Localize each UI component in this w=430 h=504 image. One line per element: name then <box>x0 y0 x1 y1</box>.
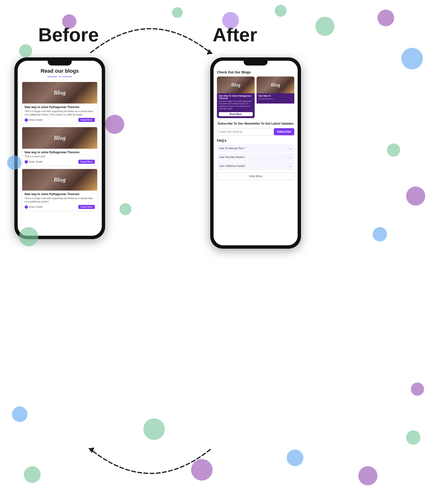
underline-left <box>48 77 57 77</box>
before-card-1-footer: Aman Sindal Read More <box>25 118 95 122</box>
after-content: Check Out Our Blogs Blog New Way To Solv… <box>214 61 298 186</box>
before-card-1-img-text: Blog <box>54 89 66 96</box>
after-card-1-img-text: Blog <box>231 82 241 88</box>
before-card-1-title: New way to solve Pythagorean Theorem <box>25 105 95 109</box>
author-name-3: Aman Sindal <box>29 206 43 208</box>
before-card-2-author: Aman Sindal <box>25 160 43 163</box>
before-card-3-img: Blog <box>22 169 97 190</box>
after-blog-card-2: Blog New Way To This Is A Short C... <box>257 77 294 118</box>
before-card-2-title: New way to solve Pythagorean Theorem <box>25 151 95 154</box>
view-more-button[interactable]: View More <box>217 172 294 180</box>
decorative-dot-15 <box>143 418 165 440</box>
underline-icon: ✦ <box>59 75 61 78</box>
newsletter-subscribe-button[interactable]: Subscribe <box>274 128 294 135</box>
author-icon-2 <box>25 160 28 163</box>
phone-before-frame: Read our blogs ✦ Blog New way to solve P… <box>14 57 105 239</box>
decorative-dot-1 <box>19 44 32 57</box>
phone-after-frame: Check Out Our Blogs Blog New Way To Solv… <box>210 57 301 249</box>
decorative-dot-8 <box>105 115 124 134</box>
after-read-more-1[interactable]: Read More <box>219 112 253 116</box>
decorative-dot-21 <box>12 406 27 422</box>
before-card-3-text: This is a longer card with supporting te… <box>25 197 95 203</box>
before-card-2-text: This is a short card. <box>25 155 95 158</box>
after-card-1-img: Blog <box>217 77 255 93</box>
before-card-1-img: Blog <box>22 82 97 104</box>
after-blog-card-1: Blog New Way To Solve Pythagorean Theore… <box>217 77 255 118</box>
before-blog-card-3: Blog New way to solve Pythagorean Theore… <box>22 169 97 211</box>
newsletter-email-input[interactable] <box>217 128 272 135</box>
before-card-3-author: Aman Sindal <box>25 205 43 209</box>
after-section-title: Check Out Our Blogs <box>217 70 294 74</box>
author-name-1: Aman Sindal <box>29 119 43 121</box>
before-read-more-3[interactable]: Read More <box>78 205 95 209</box>
phone-after-notch <box>244 61 268 65</box>
before-card-3-img-text: Blog <box>54 176 66 183</box>
faq-item-1[interactable]: How To Attempt Test ? ⌄ <box>217 144 294 152</box>
decorative-dot-3 <box>222 12 239 29</box>
faq-item-2[interactable]: How Test Win Works? ⌄ <box>217 153 294 161</box>
before-card-3-title: New way to solve Pythagorean Theorem <box>25 192 95 196</box>
before-read-more-1[interactable]: Read More <box>78 118 95 122</box>
decorative-dot-17 <box>287 450 303 466</box>
faq-section: FAQ's How To Attempt Test ? ⌄ How Test W… <box>217 139 294 180</box>
before-card-3-footer: Aman Sindal Read More <box>25 205 95 209</box>
faq-item-2-text: How Test Win Works? <box>219 156 245 159</box>
faq-item-3-text: Can I Withrow Funds? <box>219 164 245 167</box>
after-card-2-text: This Is A Short C... <box>258 98 292 100</box>
decorative-dot-13 <box>7 155 21 170</box>
phone-before: Read our blogs ✦ Blog New way to solve P… <box>14 57 105 239</box>
before-card-2-footer: Aman Sindal Read More <box>25 160 95 164</box>
after-card-1-body: New Way To Solve Pythagorean Theorem Thi… <box>217 93 255 118</box>
phone-after-screen: Check Out Our Blogs Blog New Way To Solv… <box>214 61 298 245</box>
before-title-underline: ✦ <box>22 75 97 78</box>
decorative-dot-11 <box>406 187 425 206</box>
decorative-dot-20 <box>411 383 424 396</box>
before-card-1-text: This is a longer card with supporting te… <box>25 110 95 117</box>
after-blog-cards-row: Blog New Way To Solve Pythagorean Theore… <box>217 77 294 118</box>
faq-chevron-2: ⌄ <box>289 155 292 159</box>
author-name-2: Aman Sindal <box>29 161 43 163</box>
faq-title: FAQ's <box>217 139 294 143</box>
after-card-1-text: This Is A Longer Card With Supporting Te… <box>219 100 253 110</box>
decorative-dot-14 <box>19 227 38 246</box>
before-card-3-body: New way to solve Pythagorean Theorem Thi… <box>22 190 97 211</box>
decorative-dot-19 <box>406 430 421 445</box>
decorative-dot-2 <box>172 7 183 18</box>
dashed-arc-top <box>76 14 225 57</box>
before-card-2-body: New way to solve Pythagorean Theorem Thi… <box>22 149 97 166</box>
decorative-dot-22 <box>24 466 41 483</box>
after-card-2-body: New Way To This Is A Short C... <box>257 93 294 104</box>
faq-chevron-1: ⌄ <box>289 146 292 150</box>
before-content: Read our blogs ✦ Blog New way to solve P… <box>18 61 102 218</box>
after-card-2-title: New Way To <box>258 95 292 97</box>
decorative-dot-9 <box>119 203 132 215</box>
newsletter-title: Subscribe To Our Newsletter To Get Lates… <box>217 121 294 126</box>
underline-right <box>62 77 72 77</box>
before-card-2-img: Blog <box>22 127 97 149</box>
phone-before-screen: Read our blogs ✦ Blog New way to solve P… <box>18 61 102 236</box>
faq-chevron-3: ⌄ <box>289 164 292 168</box>
decorative-dot-12 <box>373 227 387 242</box>
newsletter-form: Subscribe <box>217 128 294 135</box>
decorative-dot-16 <box>191 459 213 481</box>
after-card-2-img: Blog <box>257 77 294 93</box>
author-icon-1 <box>25 118 28 122</box>
before-blog-card-1: Blog New way to solve Pythagorean Theore… <box>22 82 97 124</box>
before-card-1-author: Aman Sindal <box>25 118 43 122</box>
decorative-dot-18 <box>358 466 377 485</box>
decorative-dot-6 <box>377 9 394 26</box>
phone-after: Check Out Our Blogs Blog New Way To Solv… <box>210 57 301 249</box>
before-blog-card-2: Blog New way to solve Pythagorean Theore… <box>22 127 97 166</box>
before-section-title: Read our blogs <box>22 68 97 74</box>
decorative-dot-0 <box>62 14 76 29</box>
faq-item-1-text: How To Attempt Test ? <box>219 147 245 150</box>
before-read-more-2[interactable]: Read More <box>78 160 95 164</box>
before-card-1-body: New way to solve Pythagorean Theorem Thi… <box>22 104 97 124</box>
decorative-dot-4 <box>275 5 287 17</box>
decorative-dot-7 <box>401 48 423 69</box>
before-card-2-img-text: Blog <box>54 134 66 142</box>
faq-item-3[interactable]: Can I Withrow Funds? ⌄ <box>217 162 294 170</box>
newsletter-section: Subscribe To Our Newsletter To Get Lates… <box>217 121 294 135</box>
phone-before-notch <box>48 61 72 65</box>
author-icon-3 <box>25 205 28 209</box>
